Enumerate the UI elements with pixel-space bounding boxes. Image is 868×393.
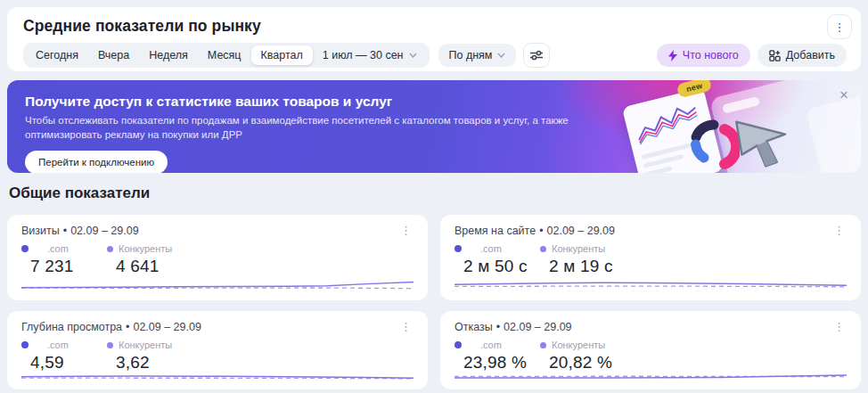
metric-cards-grid: Визиты•02.09 – 29.09 ⋮ .com 7 231 Конкур… xyxy=(7,215,861,389)
site-dot-icon xyxy=(454,341,462,348)
tab-today[interactable]: Сегодня xyxy=(26,45,88,65)
chevron-down-icon xyxy=(409,53,417,58)
section-title: Общие показатели xyxy=(9,184,150,202)
site-dot-icon xyxy=(21,341,29,348)
sparkline-chart xyxy=(454,373,847,381)
sparkline-chart xyxy=(454,276,847,292)
legend-site: .com xyxy=(454,340,540,350)
site-dot-icon xyxy=(21,245,29,252)
legend-site: .com xyxy=(21,340,107,350)
competitors-value: 2 м 19 с xyxy=(549,257,613,276)
legend-competitors: Конкуренты xyxy=(107,243,172,254)
kebab-icon[interactable]: ⋮ xyxy=(831,321,847,332)
legend-competitors: Конкуренты xyxy=(540,243,613,254)
banner-body: Чтобы отслеживать показатели по продажам… xyxy=(25,114,600,143)
widget-add-icon xyxy=(769,50,781,61)
competitors-value: 3,62 xyxy=(116,353,172,373)
toolbar: Сегодня Вчера Неделя Месяц Квартал 1 июл… xyxy=(23,43,847,68)
sparkline-chart xyxy=(21,276,414,292)
chevron-down-icon xyxy=(497,53,505,58)
banner-title: Получите доступ к статистике ваших товар… xyxy=(25,94,600,110)
competitors-dot-icon xyxy=(540,342,546,348)
close-icon[interactable]: × xyxy=(839,87,848,102)
tab-week[interactable]: Неделя xyxy=(139,45,198,65)
banner-cta-button[interactable]: Перейти к подключению xyxy=(25,151,168,173)
site-value: 4,59 xyxy=(30,353,107,373)
site-dot-icon xyxy=(454,245,462,252)
card-bounce-rate: Отказы•02.09 – 29.09 ⋮ .com 23,98 % Конк… xyxy=(440,311,861,389)
legend-competitors: Конкуренты xyxy=(540,340,612,350)
sliders-icon xyxy=(530,50,543,61)
promo-banner: new Получите доступ к статистике ваших т… xyxy=(7,80,861,173)
kebab-icon[interactable]: ⋮ xyxy=(398,321,414,332)
sparkline-chart xyxy=(21,373,414,381)
competitors-dot-icon xyxy=(540,246,546,252)
banner-content: Получите доступ к статистике ваших товар… xyxy=(25,94,600,173)
competitors-dot-icon xyxy=(107,246,113,252)
competitors-value: 4 641 xyxy=(116,257,172,276)
kebab-icon[interactable]: ⋮ xyxy=(831,225,847,236)
card-page-depth: Глубина просмотра•02.09 – 29.09 ⋮ .com 4… xyxy=(7,311,428,389)
card-title: Отказы•02.09 – 29.09 xyxy=(454,321,572,333)
cursor-arrow-illustration xyxy=(728,111,798,173)
card-time-on-site: Время на сайте•02.09 – 29.09 ⋮ .com 2 м … xyxy=(440,215,861,300)
competitors-dot-icon xyxy=(107,342,113,348)
lightning-icon xyxy=(668,50,677,61)
granularity-label: По дням xyxy=(449,49,493,61)
header-kebab-button[interactable]: ⋮ xyxy=(827,14,852,39)
tab-quarter[interactable]: Квартал xyxy=(251,45,313,65)
date-range-dropdown[interactable]: 1 июл — 30 сен xyxy=(313,45,427,65)
filters-button[interactable] xyxy=(523,43,550,68)
legend-site: .com xyxy=(21,243,107,254)
legend-site: .com xyxy=(454,243,540,254)
period-segmented-control: Сегодня Вчера Неделя Месяц Квартал 1 июл… xyxy=(23,43,430,68)
whats-new-button[interactable]: Что нового xyxy=(657,44,750,67)
page-title: Средние показатели по рынку xyxy=(23,17,261,36)
competitors-value: 20,82 % xyxy=(549,353,612,373)
header-card: Средние показатели по рынку ⋮ Сегодня Вч… xyxy=(7,7,861,71)
whats-new-label: Что нового xyxy=(683,49,739,61)
card-visits: Визиты•02.09 – 29.09 ⋮ .com 7 231 Конкур… xyxy=(7,215,428,300)
site-value: 23,98 % xyxy=(463,353,540,373)
toolbar-right: Что нового Добавить xyxy=(657,44,847,67)
add-label: Добавить xyxy=(786,49,835,61)
add-widget-button[interactable]: Добавить xyxy=(757,44,847,67)
site-value: 7 231 xyxy=(30,257,107,276)
kebab-icon: ⋮ xyxy=(834,20,846,34)
card-title: Визиты•02.09 – 29.09 xyxy=(21,225,139,237)
site-value: 2 м 50 с xyxy=(463,257,540,276)
card-title: Глубина просмотра•02.09 – 29.09 xyxy=(21,321,201,333)
kebab-icon[interactable]: ⋮ xyxy=(398,225,414,236)
granularity-dropdown[interactable]: По дням xyxy=(438,44,517,67)
tab-yesterday[interactable]: Вчера xyxy=(88,45,139,65)
date-range-label: 1 июл — 30 сен xyxy=(323,49,404,61)
tab-month[interactable]: Месяц xyxy=(198,45,251,65)
legend-competitors: Конкуренты xyxy=(107,340,172,350)
card-title: Время на сайте•02.09 – 29.09 xyxy=(454,225,615,237)
